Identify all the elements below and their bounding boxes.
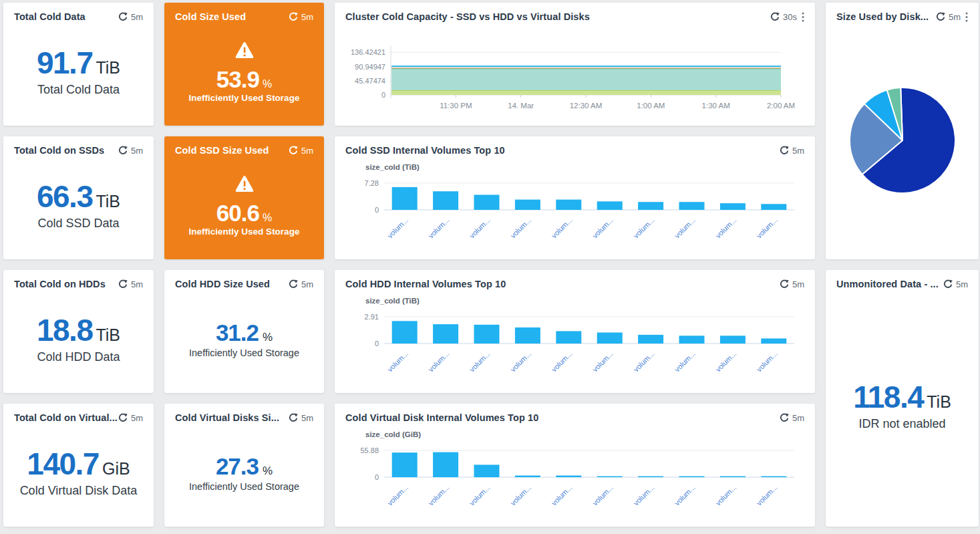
refresh-control[interactable]: 5m	[780, 146, 804, 156]
x-axis-label[interactable]: volum...	[550, 216, 574, 240]
bar[interactable]	[761, 477, 786, 478]
x-axis-label[interactable]: volum...	[468, 483, 492, 507]
widget-menu-button[interactable]	[802, 12, 804, 22]
x-axis-label[interactable]: volum...	[591, 216, 615, 240]
x-axis-label[interactable]: volum...	[673, 216, 697, 240]
bar[interactable]	[761, 204, 786, 210]
bar[interactable]	[761, 338, 786, 344]
x-axis-label[interactable]: volum...	[427, 350, 451, 374]
kpi-body: 140.7 GiB Cold Virtual Disk Data	[14, 423, 143, 520]
x-axis-label[interactable]: volum...	[632, 350, 656, 374]
bar[interactable]	[638, 202, 663, 210]
x-axis-label[interactable]: volum...	[632, 483, 656, 507]
x-tick-label: 1:00 AM	[637, 102, 665, 110]
x-axis-label[interactable]: volum...	[755, 350, 779, 374]
x-axis-label[interactable]: volum...	[714, 483, 738, 507]
refresh-control[interactable]: 5m	[289, 12, 313, 22]
refresh-control[interactable]: 5m	[289, 413, 313, 423]
refresh-control[interactable]: 5m	[780, 279, 804, 289]
refresh-control[interactable]: 5m	[118, 413, 143, 423]
refresh-icon	[118, 413, 128, 422]
refresh-control[interactable]: 5m	[289, 279, 313, 289]
x-axis-label[interactable]: volum...	[591, 350, 615, 374]
bar[interactable]	[474, 325, 500, 344]
bar[interactable]	[638, 335, 663, 344]
bar[interactable]	[433, 324, 458, 344]
dashboard: Total Cold Data 5m 91.7 TiB Total Cold D…	[0, 0, 980, 534]
bar[interactable]	[392, 321, 418, 344]
kpi-label: Inefficiently Used Storage	[189, 93, 300, 103]
x-axis-label[interactable]: volum...	[755, 216, 779, 240]
kpi-body: 18.8 TiB Cold HDD Data	[14, 289, 143, 386]
bar[interactable]	[679, 336, 705, 344]
refresh-cadence: 5m	[301, 413, 313, 423]
card-cold-ssd-size-used: Cold SSD Size Used 5m 60.6 % Inefficient…	[164, 136, 324, 259]
kpi-unit: %	[263, 78, 272, 90]
x-axis-label[interactable]: volum...	[550, 350, 574, 374]
bar[interactable]	[720, 336, 746, 344]
bar[interactable]	[597, 333, 623, 344]
x-axis-label[interactable]: volum...	[632, 216, 656, 240]
x-axis-label[interactable]: volum...	[385, 483, 410, 507]
refresh-cadence: 5m	[131, 279, 143, 289]
bar[interactable]	[474, 194, 500, 210]
refresh-control[interactable]: 5m	[943, 279, 968, 289]
bar[interactable]	[556, 331, 581, 344]
refresh-control[interactable]: 5m	[936, 12, 961, 22]
x-axis-label[interactable]: volum...	[509, 483, 533, 507]
refresh-cadence: 5m	[131, 12, 143, 22]
bar[interactable]	[515, 475, 540, 477]
bar[interactable]	[597, 201, 623, 210]
refresh-control[interactable]: 5m	[118, 279, 143, 289]
refresh-control[interactable]: 5m	[118, 146, 143, 156]
bar[interactable]	[679, 202, 705, 210]
bar[interactable]	[597, 477, 623, 478]
widget-menu-button[interactable]	[965, 12, 968, 22]
refresh-control[interactable]: 5m	[118, 12, 143, 22]
refresh-control[interactable]: 5m	[289, 146, 313, 156]
x-axis-label[interactable]: volum...	[591, 483, 615, 507]
kpi-body: 66.3 TiB Cold SSD Data	[14, 156, 143, 253]
card-header: Cold Virtual Disks Si... 5m	[175, 412, 313, 423]
x-axis-label[interactable]: volum...	[385, 216, 410, 240]
bar[interactable]	[515, 200, 540, 210]
bar[interactable]	[720, 477, 746, 478]
x-axis-label[interactable]: volum...	[468, 350, 492, 374]
refresh-icon	[118, 279, 128, 289]
bar[interactable]	[556, 475, 581, 477]
x-axis-label[interactable]: volum...	[550, 483, 574, 507]
bar[interactable]	[638, 477, 663, 478]
bar[interactable]	[392, 452, 418, 477]
kebab-icon	[965, 12, 968, 22]
bar[interactable]	[474, 464, 500, 477]
refresh-control[interactable]: 5m	[780, 413, 804, 423]
kpi-body: 118.4 TiB IDR not enabled	[836, 289, 968, 520]
x-axis-label[interactable]: volum...	[673, 350, 697, 374]
x-axis-label[interactable]: volum...	[427, 216, 451, 240]
bar[interactable]	[556, 200, 581, 210]
bar[interactable]	[515, 327, 540, 344]
card-cold-hdd-size-used: Cold HDD Size Used 5m 31.2 % Inefficient…	[164, 270, 324, 393]
card-header: Cold Size Used 5m	[175, 11, 313, 22]
x-axis-label[interactable]: volum...	[427, 483, 451, 507]
x-axis-label[interactable]: volum...	[509, 216, 533, 240]
band-blue	[391, 65, 781, 67]
refresh-cadence: 30s	[783, 12, 797, 22]
x-axis-label[interactable]: volum...	[714, 350, 738, 374]
x-axis-label[interactable]: volum...	[468, 216, 492, 240]
kebab-icon	[802, 12, 804, 22]
x-axis-label[interactable]: volum...	[755, 483, 779, 507]
bar[interactable]	[720, 203, 746, 210]
bar[interactable]	[679, 477, 705, 478]
card-title: Cold Virtual Disks Si...	[175, 412, 279, 423]
refresh-control[interactable]: 30s	[770, 12, 797, 22]
card-header: Cold HDD Internal Volumes Top 10 5m	[345, 279, 804, 289]
x-axis-label[interactable]: volum...	[673, 483, 697, 507]
bar[interactable]	[392, 187, 418, 210]
bar[interactable]	[433, 191, 458, 210]
bar[interactable]	[433, 452, 458, 477]
x-axis-label[interactable]: volum...	[385, 350, 410, 374]
x-axis-label[interactable]: volum...	[509, 350, 533, 374]
kpi-label: Inefficiently Used Storage	[189, 227, 300, 237]
x-axis-label[interactable]: volum...	[714, 216, 738, 240]
